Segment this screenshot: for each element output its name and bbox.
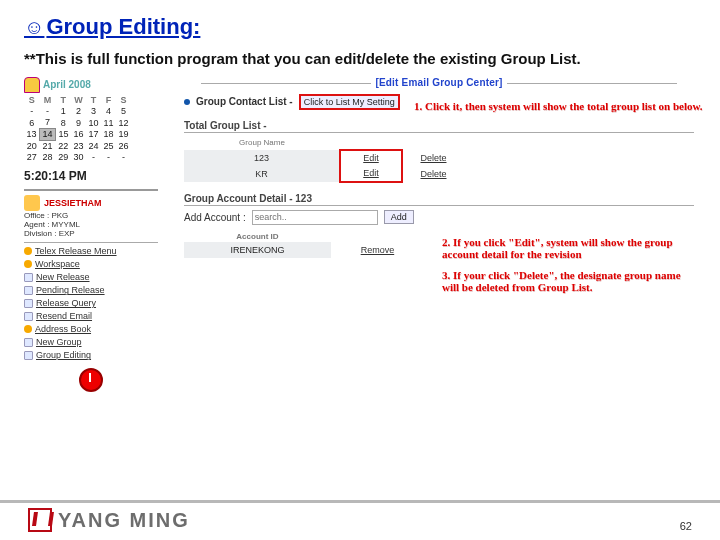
clock: 5:20:14 PM xyxy=(24,169,158,183)
contact-label: Group Contact List - xyxy=(196,96,293,107)
remove-link[interactable]: Remove xyxy=(332,245,423,255)
note-3: 3. If your click "Delete", the designate… xyxy=(442,269,688,294)
user-agent: Agent : MYYML xyxy=(24,220,158,229)
delete-link[interactable]: Delete xyxy=(404,153,463,163)
power-icon[interactable] xyxy=(79,368,103,392)
add-account-label: Add Account : xyxy=(184,212,246,223)
note-2: 2. If you click "Edit", system will show… xyxy=(442,236,688,261)
detail-header: Group Account Detail - 123 xyxy=(184,193,694,206)
center-header: [Edit Email Group Center] xyxy=(184,77,694,88)
user-division: Division : EXP xyxy=(24,229,158,238)
edit-link[interactable]: Edit xyxy=(341,153,401,163)
box-icon xyxy=(24,286,33,295)
sidebar-item[interactable]: Address Book xyxy=(24,323,158,336)
sidebar-item[interactable]: Workspace xyxy=(24,258,158,271)
calendar: SMTWTFS--1234567891011121314151617181920… xyxy=(24,95,132,163)
add-button[interactable]: Add xyxy=(384,210,414,224)
avatar-icon xyxy=(24,195,40,211)
sidebar-item[interactable]: New Release xyxy=(24,271,158,284)
table-row: 123 Edit Delete xyxy=(184,150,464,166)
sidebar-item[interactable]: Release Query xyxy=(24,297,158,310)
smiley-icon: ☺ xyxy=(24,16,44,38)
calendar-month: April 2008 xyxy=(43,79,91,90)
dot-icon xyxy=(24,325,32,333)
note-1: 1. Click it, then system will show the t… xyxy=(414,100,704,113)
groups-table: Group Name 123 Edit Delete KR Edit xyxy=(184,135,464,183)
logo-mark-icon xyxy=(28,508,52,532)
delete-link[interactable]: Delete xyxy=(404,169,463,179)
edit-link[interactable]: Edit xyxy=(341,168,401,178)
dot-icon xyxy=(24,260,32,268)
box-icon xyxy=(24,299,33,308)
box-icon xyxy=(24,273,33,282)
list-setting-button[interactable]: Click to List My Setting xyxy=(299,94,400,110)
calendar-icon xyxy=(24,77,40,93)
sidebar-item[interactable]: New Group xyxy=(24,336,158,349)
logo: YANG MING xyxy=(28,508,190,532)
search-input[interactable] xyxy=(252,210,378,225)
user-name: JESSIETHAM xyxy=(44,198,102,208)
box-icon xyxy=(24,351,33,360)
side-menu: Telex Release MenuWorkspaceNew ReleasePe… xyxy=(24,242,158,362)
subtitle: **This is full function program that you… xyxy=(24,50,696,69)
box-icon xyxy=(24,312,33,321)
logo-text: YANG MING xyxy=(58,509,190,532)
sidebar-item[interactable]: Telex Release Menu xyxy=(24,245,158,258)
dot-icon xyxy=(24,247,32,255)
page-title: ☺Group Editing: xyxy=(24,14,696,40)
sidebar-item[interactable]: Group Editing xyxy=(24,349,158,362)
bullet-icon xyxy=(184,99,190,105)
sidebar-item[interactable]: Pending Release xyxy=(24,284,158,297)
user-box: JESSIETHAM Office : PKG Agent : MYYML Di… xyxy=(24,189,158,238)
table-row: IRENEKONG Remove xyxy=(184,242,424,258)
box-icon xyxy=(24,338,33,347)
user-office: Office : PKG xyxy=(24,211,158,220)
groups-header: Total Group List - xyxy=(184,120,694,133)
account-table: Account ID IRENEKONG Remove xyxy=(184,231,424,258)
sidebar-item[interactable]: Resend Email xyxy=(24,310,158,323)
table-row: KR Edit Delete xyxy=(184,166,464,182)
page-number: 62 xyxy=(680,520,692,532)
